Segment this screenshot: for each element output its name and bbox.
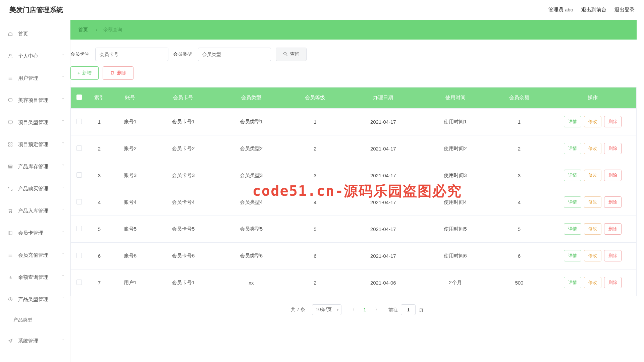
cell-date: 2021-04-17	[345, 242, 421, 269]
sidebar-item-9[interactable]: 会员卡管理˅	[0, 222, 70, 244]
filter-type-input[interactable]	[198, 48, 271, 61]
sidebar-subitem[interactable]: 产品类型	[0, 310, 70, 330]
sidebar-item-label: 产品库存管理	[18, 164, 62, 170]
svg-point-25	[284, 52, 286, 55]
row-checkbox[interactable]	[76, 172, 82, 178]
prev-page-icon[interactable]: 〈	[348, 307, 357, 313]
sidebar-item-2[interactable]: 用户管理˅	[0, 67, 70, 89]
col-header-4: 会员等级	[285, 87, 345, 108]
edit-button[interactable]: 修改	[584, 116, 601, 127]
exit-front-link[interactable]: 退出到前台	[581, 7, 606, 13]
search-button[interactable]: 查询	[276, 48, 307, 61]
sidebar-item-10[interactable]: 会员充值管理˅	[0, 244, 70, 266]
row-delete-button[interactable]: 删除	[604, 143, 622, 154]
cell-card: 会员卡号1	[149, 269, 217, 296]
sidebar-item-12[interactable]: 产品类型管理˄	[0, 288, 70, 310]
menu-icon	[7, 75, 13, 81]
filter-card-input[interactable]	[95, 48, 168, 61]
row-delete-button[interactable]: 删除	[604, 170, 622, 181]
sidebar-item-0[interactable]: 首页	[0, 23, 70, 45]
cell-level: 2	[285, 269, 345, 296]
cell-card: 会员卡号5	[149, 216, 217, 242]
svg-rect-13	[9, 168, 12, 168]
detail-button[interactable]: 详情	[564, 143, 581, 154]
row-checkbox[interactable]	[76, 253, 82, 258]
chevron-down-icon: ˅	[62, 164, 64, 169]
sidebar-item-label: 个人中心	[18, 53, 62, 59]
cell-card: 会员卡号3	[149, 162, 217, 189]
detail-button[interactable]: 详情	[564, 223, 581, 235]
edit-button[interactable]: 修改	[584, 170, 601, 181]
row-delete-button[interactable]: 删除	[604, 250, 622, 261]
cell-card: 会员卡号1	[149, 108, 217, 135]
row-actions: 详情修改删除	[549, 277, 636, 288]
cell-card: 会员卡号4	[149, 189, 217, 216]
sidebar-item-11[interactable]: 余额查询管理˅	[0, 266, 70, 288]
cell-bal: 2	[489, 135, 549, 162]
page-size-select[interactable]: 10条/页	[312, 304, 341, 315]
row-checkbox[interactable]	[76, 119, 82, 124]
delete-button[interactable]: 删除	[103, 66, 133, 80]
select-all-checkbox[interactable]	[76, 95, 82, 100]
chart-icon	[7, 274, 13, 280]
edit-button[interactable]: 修改	[584, 250, 601, 261]
chevron-down-icon: ˅	[62, 231, 64, 235]
cell-level: 3	[285, 162, 345, 189]
detail-button[interactable]: 详情	[564, 116, 581, 127]
svg-rect-7	[9, 143, 10, 144]
edit-button[interactable]: 修改	[584, 277, 601, 288]
sidebar-item-7[interactable]: 产品购买管理˅	[0, 178, 70, 200]
detail-button[interactable]: 详情	[564, 250, 581, 261]
row-checkbox[interactable]	[76, 199, 82, 204]
table-row: 4账号4会员卡号4会员类型442021-04-17使用时间44详情修改删除	[71, 189, 636, 216]
admin-label[interactable]: 管理员 abo	[548, 7, 573, 13]
home-icon	[7, 31, 13, 37]
detail-button[interactable]: 详情	[564, 170, 581, 181]
current-page[interactable]: 1	[364, 307, 366, 312]
sidebar: 首页个人中心˅用户管理˅美容项目管理˅项目类型管理˅项目预定管理˅产品库存管理˅…	[0, 20, 70, 362]
cell-acct: 账号1	[111, 108, 149, 135]
detail-button[interactable]: 详情	[564, 196, 581, 208]
table-row: 7用户1会员卡号1xx22021-04-062个月500详情修改删除	[71, 269, 636, 296]
next-page-icon[interactable]: 〉	[373, 307, 382, 313]
cell-time: 使用时间4	[421, 189, 489, 216]
row-delete-button[interactable]: 删除	[604, 277, 622, 288]
svg-line-26	[286, 55, 287, 56]
row-checkbox[interactable]	[76, 280, 82, 285]
search-button-label: 查询	[290, 51, 300, 57]
plus-icon: +	[77, 70, 80, 76]
sidebar-item-4[interactable]: 项目类型管理˅	[0, 111, 70, 133]
svg-point-14	[9, 212, 10, 213]
breadcrumb-home[interactable]: 首页	[78, 27, 88, 33]
cell-level: 2	[285, 135, 345, 162]
sidebar-item-5[interactable]: 项目预定管理˅	[0, 133, 70, 156]
sidebar-item-13[interactable]: 系统管理˅	[0, 330, 70, 352]
row-delete-button[interactable]: 删除	[604, 116, 622, 127]
sidebar-item-3[interactable]: 美容项目管理˅	[0, 89, 70, 111]
chevron-down-icon: ˅	[62, 208, 64, 213]
sidebar-item-1[interactable]: 个人中心˅	[0, 45, 70, 67]
cell-type: 会员类型2	[217, 135, 285, 162]
cell-acct: 账号2	[111, 135, 149, 162]
monitor-icon	[7, 119, 13, 125]
sidebar-item-6[interactable]: 产品库存管理˅	[0, 156, 70, 178]
row-actions: 详情修改删除	[549, 116, 636, 127]
detail-button[interactable]: 详情	[564, 277, 581, 288]
row-delete-button[interactable]: 删除	[604, 196, 622, 208]
edit-button[interactable]: 修改	[584, 143, 601, 154]
logout-link[interactable]: 退出登录	[614, 7, 635, 13]
filter-card-label: 会员卡号	[70, 51, 89, 57]
data-table: 索引账号会员卡号会员类型会员等级办理日期使用时间会员余额操作 1账号1会员卡号1…	[70, 87, 637, 296]
row-delete-button[interactable]: 删除	[604, 223, 622, 235]
row-checkbox[interactable]	[76, 145, 82, 151]
add-button[interactable]: + 新增	[70, 66, 99, 80]
edit-button[interactable]: 修改	[584, 223, 601, 235]
cell-acct: 账号4	[111, 189, 149, 216]
trash-icon	[110, 70, 115, 76]
cell-date: 2021-04-17	[345, 189, 421, 216]
sidebar-item-label: 余额查询管理	[18, 274, 62, 281]
edit-button[interactable]: 修改	[584, 196, 601, 208]
sidebar-item-8[interactable]: 产品入库管理˅	[0, 200, 70, 222]
goto-page-input[interactable]	[401, 304, 416, 315]
row-checkbox[interactable]	[76, 226, 82, 231]
